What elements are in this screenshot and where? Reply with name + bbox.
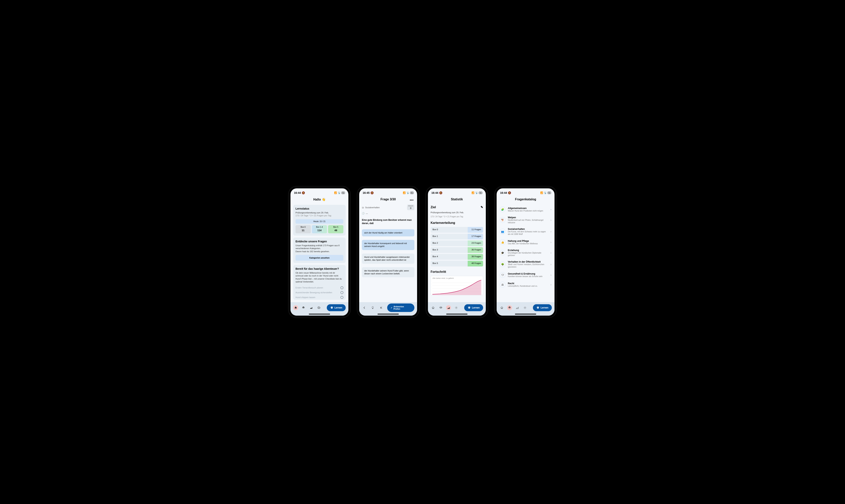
category-item[interactable]: ⚖ RechtLeinenpflicht, Hundesteuer und co…: [499, 280, 552, 289]
checklist-item[interactable]: Ausreichender Bewegung sicherstellen: [295, 290, 343, 295]
chevron-right-icon: ›: [550, 218, 551, 221]
progress-chart[interactable]: Alle Karten mind. 1x gelernt: [431, 276, 483, 295]
wifi-icon: 📡: [338, 192, 341, 194]
category-item[interactable]: 👍 Haltung und PflegeDas ABC der hündisch…: [499, 237, 552, 247]
goal-label: Ziel: [431, 205, 436, 209]
bell-off-icon: 🔕: [439, 191, 442, 194]
check-answers-button[interactable]: ✓ Antworten Prüfen: [387, 304, 414, 312]
back-icon[interactable]: [362, 305, 367, 310]
dist-row[interactable]: Box 011 Fragen: [431, 227, 483, 233]
discover-line1: Unser Fragenkatalog enthält 173 Fragen a…: [295, 244, 343, 250]
dist-row[interactable]: Box 223 Fragen: [431, 240, 483, 246]
category-title: Gesundheit & Ernährung: [508, 272, 548, 275]
dist-value: 17 Fragen: [468, 234, 483, 239]
category-title: Allgemeinwissen: [508, 207, 548, 210]
stats-icon[interactable]: [309, 305, 314, 310]
settings-icon[interactable]: [454, 305, 459, 310]
edit-icon[interactable]: ✎: [481, 205, 483, 209]
view-categories-button[interactable]: Kategorien ansehen: [295, 255, 343, 261]
status-time: 16:44: [294, 191, 301, 194]
time-meta: 🕒 —: [362, 212, 414, 215]
home-indicator[interactable]: [446, 314, 467, 314]
answer-option[interactable]: Hund und Hundehalter ausgelassen miteina…: [362, 254, 414, 264]
more-icon[interactable]: •••: [410, 198, 414, 202]
category-item[interactable]: 🛡 Gesundheit & ErnährungKarotten können …: [499, 270, 552, 280]
box-label: Box 5: [328, 226, 343, 228]
home-icon[interactable]: [293, 305, 298, 310]
category-title: Haltung und Pflege: [508, 240, 548, 242]
dist-row[interactable]: Box 117 Fragen: [431, 234, 483, 239]
question-text: Eine gute Bindung zum Besitzer erkennt m…: [362, 218, 414, 225]
dist-row[interactable]: Box 548 Fragen: [431, 261, 483, 267]
hint-icon[interactable]: [370, 305, 375, 310]
box-0[interactable]: Box 0 11: [295, 225, 311, 233]
category-item[interactable]: 👥 SozialverhaltenDie Kunst, mit dem Schw…: [499, 226, 552, 237]
checklist-item[interactable]: Ersten Tierarztbesuch planen: [295, 285, 343, 290]
radio-icon[interactable]: [341, 286, 343, 289]
category-title: Welpen: [508, 216, 548, 219]
learn-label: Lernen: [334, 306, 342, 309]
box-label: Box 0: [295, 226, 311, 228]
learn-button[interactable]: Lernen: [464, 304, 483, 311]
dist-label: Box 0: [431, 227, 468, 233]
first-icon[interactable]: [379, 305, 384, 310]
bottom-nav: ✓ Antworten Prüfen: [359, 302, 417, 316]
bell-off-icon: 🔕: [302, 191, 305, 194]
category-item[interactable]: 🧩 AllgemeinwissenWarum Hund den Postbote…: [499, 204, 552, 214]
settings-icon[interactable]: [522, 305, 528, 310]
signal-icon: 📶: [334, 192, 337, 194]
answer-option[interactable]: der Hundehalter seinem Hund Futter gibt,…: [362, 267, 414, 277]
stats-icon[interactable]: [515, 305, 520, 310]
learn-label: Lernen: [541, 306, 548, 309]
learn-button[interactable]: Lernen: [533, 304, 552, 311]
answer-option[interactable]: sich der Hund häufig am Halter orientier…: [362, 229, 414, 236]
catalog-icon[interactable]: [507, 305, 512, 310]
time-value: —: [366, 212, 368, 215]
category-icon: 🧩: [500, 206, 505, 212]
fach-number: 0: [409, 207, 413, 210]
dist-value: 11 Fragen: [468, 227, 483, 233]
discover-line2: Davon hast du 162 bereits gesehen.: [295, 250, 343, 253]
category-sub: Karotten können besser als Schuhe sein: [508, 275, 548, 278]
home-icon[interactable]: [499, 305, 504, 310]
lernstatus-heading: Lernstatus: [295, 207, 343, 210]
box-1-4[interactable]: Box 1-4 114: [312, 225, 327, 233]
graduation-icon: [536, 306, 539, 309]
learn-button[interactable]: Lernen: [327, 304, 346, 311]
graduation-icon: [468, 306, 471, 309]
wifi-icon: 📡: [407, 192, 409, 194]
radio-icon[interactable]: [341, 296, 343, 299]
home-indicator[interactable]: [515, 314, 536, 314]
box-5[interactable]: Box 5 48: [328, 225, 343, 233]
dist-row[interactable]: Box 438 Fragen: [431, 254, 483, 260]
lernstatus-sub: Prüfungsvorbereitung zum 29. Feb.: [295, 211, 343, 214]
wifi-icon: 📡: [475, 192, 478, 194]
answer-option[interactable]: der Hundehalter konsequent und liebevoll…: [362, 240, 414, 250]
status-bar: 16:45 🔕 📶 📡 52: [359, 188, 417, 196]
stats-icon[interactable]: [446, 305, 451, 310]
home-indicator[interactable]: [309, 314, 330, 314]
category-item[interactable]: 🐕 WelpenNiedlichkeit auf vier Pfoten, Sc…: [499, 214, 552, 226]
svg-point-4: [456, 307, 457, 308]
dist-label: Box 3: [431, 247, 468, 253]
home-indicator[interactable]: [378, 314, 399, 314]
catalog-icon[interactable]: [301, 305, 306, 310]
dist-value: 38 Fragen: [468, 254, 483, 260]
catalog-icon[interactable]: [438, 305, 443, 310]
category-item[interactable]: 🌳 Verhalten in der Öffentlichkeit'Bleib'…: [499, 258, 552, 270]
dist-row[interactable]: Box 336 Fragen: [431, 247, 483, 253]
home-icon[interactable]: [431, 305, 436, 310]
dist-value: 36 Fragen: [468, 247, 483, 253]
box-count: 11: [295, 229, 311, 232]
radio-icon[interactable]: [341, 291, 343, 294]
checklist-label: Ersten Tierarztbesuch planen: [295, 287, 323, 289]
status-bar: 16:44 🔕 📶 📡 52: [497, 188, 554, 196]
checklist-item[interactable]: Hund chippen lassen: [295, 295, 343, 300]
category-list: 🧩 AllgemeinwissenWarum Hund den Postbote…: [499, 204, 552, 289]
settings-icon[interactable]: [316, 305, 321, 310]
dist-label: Box 2: [431, 240, 468, 246]
category-title: Sozialverhalten: [508, 228, 548, 230]
today-progress[interactable]: Heute: 15 / 21: [295, 219, 343, 224]
signal-icon: 📶: [540, 192, 543, 194]
category-item[interactable]: 🎓 ErziehungGrundlagen der hündischen Dip…: [499, 247, 552, 258]
